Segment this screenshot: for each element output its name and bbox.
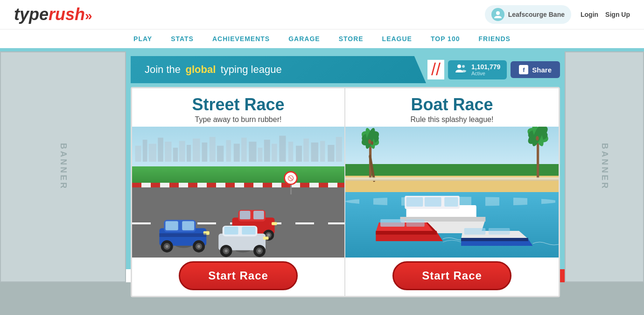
svg-rect-12	[202, 143, 208, 162]
svg-rect-19	[258, 148, 263, 162]
street-race-title: Street Race	[132, 88, 344, 115]
race-cards: Street Race Type away to burn rubber!	[131, 87, 560, 297]
login-link[interactable]: Login	[581, 11, 598, 18]
svg-rect-9	[179, 141, 185, 162]
svg-rect-6	[158, 138, 163, 162]
global-text: global	[186, 64, 216, 76]
header: typerush» Leafscourge Bane Login Sign Up…	[0, 0, 644, 50]
svg-rect-97	[406, 219, 425, 227]
auth-links: Login Sign Up	[581, 11, 630, 18]
active-badge[interactable]: 1,101,779 Active	[448, 60, 507, 79]
avatar	[491, 8, 504, 21]
svg-rect-7	[165, 142, 171, 162]
svg-rect-25	[303, 138, 309, 162]
boats-svg	[345, 127, 559, 258]
svg-point-52	[197, 245, 201, 248]
svg-rect-59	[242, 227, 255, 235]
logo-arrows: »	[85, 8, 92, 23]
svg-rect-34	[253, 211, 264, 219]
svg-rect-90	[425, 197, 441, 207]
nav-league[interactable]: LEAGUE	[382, 35, 412, 43]
people-icon	[455, 63, 468, 77]
navigation: PLAY STATS ACHIEVEMENTS GARAGE STORE LEA…	[0, 29, 644, 50]
nav-top100[interactable]: TOP 100	[431, 35, 460, 43]
share-button[interactable]: f Share	[511, 61, 560, 78]
nav-achievements[interactable]: ACHIEVEMENTS	[212, 35, 270, 43]
svg-point-49	[166, 245, 169, 248]
svg-rect-103	[461, 238, 528, 241]
svg-rect-20	[264, 140, 270, 162]
svg-rect-96	[380, 219, 405, 227]
active-label: Active	[471, 71, 500, 76]
city-skyline-svg	[132, 134, 344, 162]
svg-rect-10	[187, 145, 191, 162]
svg-rect-89	[406, 197, 423, 207]
logo-type: type	[14, 5, 49, 24]
svg-rect-23	[288, 142, 293, 162]
svg-rect-66	[263, 236, 269, 240]
banner-left-text: BANNER	[58, 143, 68, 190]
svg-rect-45	[166, 221, 178, 230]
svg-point-40	[267, 234, 270, 237]
logo[interactable]: typerush»	[14, 5, 92, 24]
svg-rect-16	[234, 143, 240, 162]
svg-rect-54	[160, 233, 207, 237]
nav-store[interactable]: STORE	[339, 35, 364, 43]
svg-rect-11	[193, 138, 200, 162]
street-race-card: Street Race Type away to burn rubber!	[132, 88, 345, 296]
boat-race-button[interactable]: Start Race	[392, 261, 511, 290]
header-right: Leafscourge Bane Login Sign Up	[485, 5, 630, 24]
svg-rect-15	[226, 140, 231, 162]
svg-rect-41	[272, 222, 277, 225]
stop-circle: 🚫	[284, 171, 298, 185]
boat-race-title: Boat Race	[345, 88, 559, 115]
svg-rect-5	[149, 143, 156, 162]
svg-point-75	[371, 141, 373, 145]
svg-rect-22	[279, 136, 286, 162]
svg-rect-13	[210, 137, 216, 162]
svg-point-0	[496, 11, 500, 15]
nav-stats[interactable]: STATS	[171, 35, 194, 43]
svg-rect-3	[135, 146, 141, 162]
signup-link[interactable]: Sign Up	[605, 11, 630, 18]
nav-garage[interactable]: GARAGE	[288, 35, 320, 43]
svg-point-74	[368, 139, 371, 144]
logo-rush: rush	[49, 5, 85, 24]
stop-post	[290, 185, 292, 194]
banner-right-text: BANNER	[600, 143, 609, 190]
join-banner: Join the global typing league // 1,101,7…	[131, 56, 560, 83]
join-text-box: Join the global typing league	[131, 56, 426, 83]
svg-rect-8	[173, 148, 178, 162]
cars-svg	[132, 185, 344, 258]
facebook-icon: f	[519, 65, 528, 74]
svg-rect-102	[489, 228, 510, 235]
nav-play[interactable]: PLAY	[133, 35, 152, 43]
svg-rect-33	[240, 211, 251, 219]
street-race-button[interactable]: Start Race	[179, 261, 298, 290]
svg-rect-85	[345, 177, 559, 179]
stop-sign: 🚫	[284, 171, 298, 194]
svg-rect-14	[217, 146, 224, 162]
street-vegetation	[132, 166, 344, 185]
user-profile[interactable]: Leafscourge Bane	[485, 5, 571, 24]
svg-rect-24	[296, 146, 302, 162]
svg-rect-58	[224, 227, 238, 235]
typing-league-text: typing league	[221, 64, 282, 76]
share-label: Share	[532, 66, 552, 74]
username: Leafscourge Bane	[508, 11, 565, 18]
nav-friends[interactable]: FRIENDS	[478, 35, 510, 43]
svg-rect-29	[336, 137, 342, 162]
svg-point-65	[258, 250, 261, 253]
svg-rect-27	[320, 141, 325, 162]
svg-rect-91	[444, 197, 458, 207]
banner-left: BANNER	[0, 51, 126, 282]
active-count: 1,101,779	[471, 63, 500, 71]
svg-rect-28	[328, 145, 334, 162]
svg-rect-98	[376, 231, 437, 235]
join-slash: //	[427, 60, 444, 79]
boat-scene	[345, 127, 559, 258]
join-actions: 1,101,779 Active f Share	[448, 60, 560, 79]
boat-race-subtitle: Rule this splashy league!	[345, 115, 559, 124]
svg-rect-18	[249, 142, 256, 162]
main-content: Join the global typing league // 1,101,7…	[126, 51, 565, 315]
